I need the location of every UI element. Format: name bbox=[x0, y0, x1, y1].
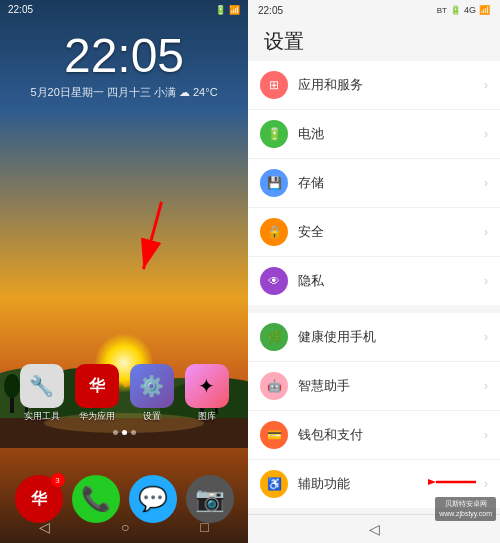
settings-item-wallet[interactable]: 💳 钱包和支付 › bbox=[248, 411, 500, 460]
settings-item-storage[interactable]: 💾 存储 › bbox=[248, 159, 500, 208]
left-status-icons: 🔋 📶 bbox=[215, 5, 240, 15]
battery-label: 电池 bbox=[298, 125, 484, 143]
left-clock: 22:05 bbox=[0, 28, 248, 83]
settings-group-1: ⊞ 应用和服务 › 🔋 电池 › 💾 存储 › bbox=[248, 61, 500, 305]
red-arrow-left bbox=[119, 196, 181, 292]
nav-home-left[interactable]: ○ bbox=[113, 517, 137, 537]
nav-recents-left[interactable]: □ bbox=[192, 517, 216, 537]
security-arrow: › bbox=[484, 225, 488, 239]
left-nav-bar: ◁ ○ □ bbox=[0, 513, 248, 541]
page-dots bbox=[0, 430, 248, 435]
settings-item-security[interactable]: 🔒 安全 › bbox=[248, 208, 500, 257]
wallet-label: 钱包和支付 bbox=[298, 426, 484, 444]
right-status-bar: 22:05 BT 🔋 4G 📶 bbox=[248, 0, 500, 20]
health-icon: 🌿 bbox=[260, 323, 288, 351]
settings-item-privacy[interactable]: 👁 隐私 › bbox=[248, 257, 500, 305]
health-label: 健康使用手机 bbox=[298, 328, 484, 346]
app-icon-tools[interactable]: 🔧 实用工具 bbox=[16, 364, 67, 423]
app-icon-huawei[interactable]: 华 华为应用 bbox=[71, 364, 122, 423]
health-arrow: › bbox=[484, 330, 488, 344]
left-status-bar: 22:05 🔋 📶 bbox=[0, 0, 248, 19]
app-icon-settings[interactable]: ⚙️ 设置 bbox=[126, 364, 177, 423]
storage-arrow: › bbox=[484, 176, 488, 190]
apps-arrow: › bbox=[484, 78, 488, 92]
dot-3 bbox=[131, 430, 136, 435]
accessibility-arrow: › bbox=[484, 477, 488, 491]
app-icon-gallery[interactable]: ✦ 图库 bbox=[181, 364, 232, 423]
settings-group-2: 🌿 健康使用手机 › 🤖 智慧助手 › 💳 钱包和支付 › bbox=[248, 313, 500, 508]
security-label: 安全 bbox=[298, 223, 484, 241]
assistant-arrow: › bbox=[484, 379, 488, 393]
watermark: 贝斯特安卓网 www.zjbstyy.com bbox=[435, 497, 496, 521]
settings-header: 设置 bbox=[248, 20, 500, 61]
dot-1 bbox=[113, 430, 118, 435]
storage-label: 存储 bbox=[298, 174, 484, 192]
battery-arrow: › bbox=[484, 127, 488, 141]
nav-back-left[interactable]: ◁ bbox=[31, 517, 58, 537]
app-grid: 🔧 实用工具 华 华为应用 ⚙️ 设置 ✦ 图库 bbox=[0, 364, 248, 423]
right-time-status: 22:05 bbox=[258, 5, 283, 16]
storage-icon: 💾 bbox=[260, 169, 288, 197]
settings-title: 设置 bbox=[264, 28, 484, 55]
dot-2 bbox=[122, 430, 127, 435]
privacy-label: 隐私 bbox=[298, 272, 484, 290]
security-icon: 🔒 bbox=[260, 218, 288, 246]
left-panel: 22:05 🔋 📶 22:05 5月20日星期一 四月十三 小满 ☁ 24°C bbox=[0, 0, 248, 543]
settings-item-assistant[interactable]: 🤖 智慧助手 › bbox=[248, 362, 500, 411]
assistant-icon: 🤖 bbox=[260, 372, 288, 400]
wallet-arrow: › bbox=[484, 428, 488, 442]
red-arrow-right bbox=[428, 472, 478, 496]
left-time-status: 22:05 bbox=[8, 4, 33, 15]
privacy-icon: 👁 bbox=[260, 267, 288, 295]
huawei-badge: 3 bbox=[51, 473, 65, 487]
apps-label: 应用和服务 bbox=[298, 76, 484, 94]
svg-line-15 bbox=[143, 202, 161, 270]
battery-icon: 🔋 bbox=[260, 120, 288, 148]
settings-list: ⊞ 应用和服务 › 🔋 电池 › 💾 存储 › bbox=[248, 61, 500, 514]
settings-item-battery[interactable]: 🔋 电池 › bbox=[248, 110, 500, 159]
settings-item-apps[interactable]: ⊞ 应用和服务 › bbox=[248, 61, 500, 110]
left-date: 5月20日星期一 四月十三 小满 ☁ 24°C bbox=[0, 85, 248, 100]
right-panel: 22:05 BT 🔋 4G 📶 设置 ⊞ 应用和服务 › 🔋 bbox=[248, 0, 500, 543]
settings-item-health[interactable]: 🌿 健康使用手机 › bbox=[248, 313, 500, 362]
nav-back-right[interactable]: ◁ bbox=[353, 519, 396, 539]
right-status-icons: BT 🔋 4G 📶 bbox=[437, 5, 490, 15]
privacy-arrow: › bbox=[484, 274, 488, 288]
wallet-icon: 💳 bbox=[260, 421, 288, 449]
apps-icon: ⊞ bbox=[260, 71, 288, 99]
assistant-label: 智慧助手 bbox=[298, 377, 484, 395]
accessibility-icon: ♿ bbox=[260, 470, 288, 498]
